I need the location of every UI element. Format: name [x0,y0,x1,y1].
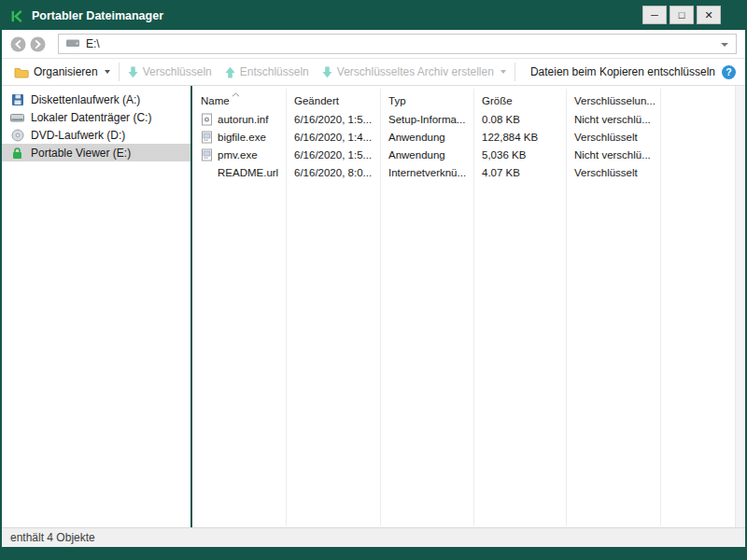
file-size: 4.07 KB [473,167,566,178]
window-controls: ─ □ ✕ [642,6,721,24]
file-encryption: Nicht verschlü... [566,149,660,161]
app-window: Portabler Dateimanager ─ □ ✕ [0,0,747,560]
application-file-icon [201,148,213,161]
archive-dropdown-icon [500,70,506,74]
file-list: Name Geändert Typ Größe Verschlüsselun..… [192,86,745,527]
copy-decrypt-option: Dateien beim Kopieren entschlüsseln ? [530,65,738,79]
toolbar-divider [514,63,515,81]
address-bar[interactable]: E:\ [58,34,737,54]
sidebar-item-drive-a[interactable]: Diskettenlaufwerk (A:) [2,91,190,108]
file-modified: 6/16/2020, 1:5... [286,149,380,161]
file-type: Setup-Informa... [380,114,473,125]
kaspersky-logo-icon [10,9,24,23]
file-row[interactable]: autorun.inf 6/16/2020, 1:5... Setup-Info… [192,110,745,128]
create-archive-label: Verschlüsseltes Archiv erstellen [337,65,494,78]
forward-button[interactable] [30,36,46,52]
vertical-scrollbar[interactable] [735,86,745,527]
minimize-button[interactable]: ─ [642,6,667,24]
file-type: Internetverknü... [380,167,473,178]
column-divider [660,89,661,525]
navigation-bar: E:\ [2,30,745,58]
locked-drive-icon [10,147,24,160]
encrypt-label: Verschlüsseln [143,65,212,78]
sidebar-item-drive-e[interactable]: Portable Viewer (E:) [2,144,190,161]
close-button[interactable]: ✕ [697,6,721,24]
address-dropdown-icon[interactable] [721,43,728,47]
column-header-modified[interactable]: Geändert [286,95,380,106]
file-size: 0.08 KB [473,114,566,125]
sidebar-item-label: DVD-Laufwerk (D:) [31,129,125,142]
file-name: README.url [218,167,278,178]
drive-icon [65,37,80,51]
file-modified: 6/16/2020, 8:0... [286,167,380,178]
file-name: pmv.exe [218,149,258,161]
toolbar: Organisieren Verschlüsseln Entschlüsseln… [2,58,745,86]
encrypt-button[interactable]: Verschlüsseln [123,65,217,78]
organize-label: Organisieren [34,65,98,78]
back-button[interactable] [10,36,26,52]
sidebar-item-label: Portable Viewer (E:) [31,147,131,160]
decrypt-button[interactable]: Entschlüsseln [220,65,314,78]
file-modified: 6/16/2020, 1:5... [286,114,380,125]
window-bottom-frame [2,547,745,558]
file-row[interactable]: pmv.exe 6/16/2020, 1:5... Anwendung 5,03… [192,146,745,163]
column-divider [380,89,381,525]
setup-file-icon [201,113,213,126]
folder-icon [14,66,29,78]
address-text: E:\ [86,37,100,50]
file-encryption: Nicht verschlü... [566,114,660,125]
column-header-type[interactable]: Typ [380,95,473,106]
file-name: bigfile.exe [218,132,266,143]
column-header-name[interactable]: Name [192,95,286,106]
file-row[interactable]: bigfile.exe 6/16/2020, 1:4... Anwendung … [192,128,745,146]
window-title: Portabler Dateimanager [32,9,163,22]
decrypt-up-arrow-icon [225,66,235,78]
file-size: 122,884 KB [473,132,566,143]
hard-drive-icon [10,112,24,123]
sidebar-item-label: Lokaler Datenträger (C:) [31,111,151,124]
column-divider [473,89,474,525]
forward-arrow-icon [30,36,46,52]
maximize-button[interactable]: □ [669,6,694,24]
file-encryption: Verschlüsselt [566,132,660,143]
organize-button[interactable]: Organisieren [9,65,115,78]
file-name: autorun.inf [218,114,268,125]
sidebar-item-drive-d[interactable]: DVD-Laufwerk (D:) [2,126,190,144]
decrypt-label: Entschlüsseln [240,65,309,78]
file-modified: 6/16/2020, 1:4... [286,132,380,143]
column-header-encryption[interactable]: Verschlüsselun... [566,95,660,106]
column-divider [286,89,287,525]
file-row[interactable]: README.url 6/16/2020, 8:0... Internetver… [192,163,745,181]
back-arrow-icon [10,36,26,52]
encrypt-down-arrow-icon [128,66,138,78]
column-header-size[interactable]: Größe [473,95,566,106]
titlebar: Portabler Dateimanager ─ □ ✕ [2,2,745,30]
floppy-drive-icon [10,93,24,106]
help-icon[interactable]: ? [722,65,736,79]
status-bar: enthält 4 Objekte [2,527,745,547]
file-encryption: Verschlüsselt [566,167,660,178]
column-divider [566,89,567,525]
column-header-row: Name Geändert Typ Größe Verschlüsselun..… [192,86,745,110]
dvd-drive-icon [10,129,24,142]
file-type: Anwendung [380,132,473,143]
toolbar-divider [119,63,120,81]
application-file-icon [201,131,213,144]
copy-decrypt-label: Dateien beim Kopieren entschlüsseln [530,65,715,78]
file-type: Anwendung [380,149,473,161]
archive-down-arrow-icon [322,66,332,78]
file-size: 5,036 KB [473,149,566,161]
sidebar-item-label: Diskettenlaufwerk (A:) [31,93,140,106]
create-encrypted-archive-button[interactable]: Verschlüsseltes Archiv erstellen [317,65,511,78]
sidebar-item-drive-c[interactable]: Lokaler Datenträger (C:) [2,108,190,126]
main-area: Diskettenlaufwerk (A:) Lokaler Datenträg… [2,86,745,527]
drive-tree: Diskettenlaufwerk (A:) Lokaler Datenträg… [2,86,190,527]
status-text: enthält 4 Objekte [10,531,95,544]
organize-dropdown-icon [105,70,110,74]
